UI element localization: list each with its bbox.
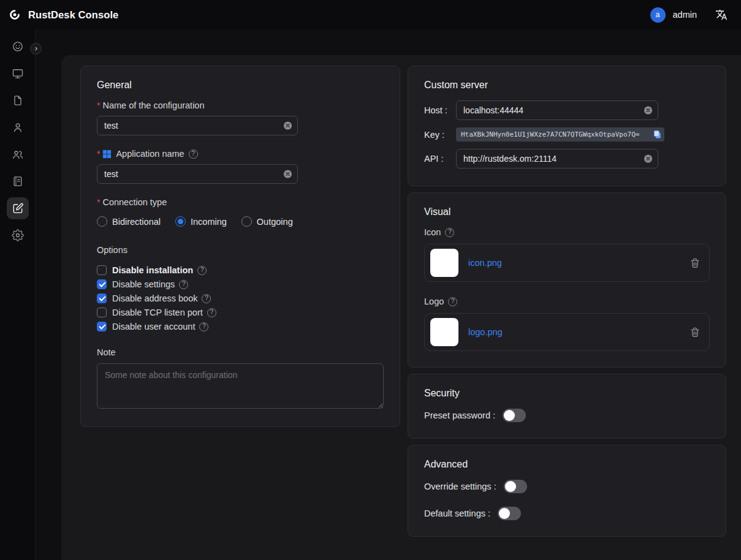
- override-settings-toggle[interactable]: [504, 480, 527, 493]
- delete-icon-button[interactable]: [690, 257, 701, 268]
- checkbox-label: Disable installation: [112, 265, 193, 275]
- smiley-icon: [12, 40, 24, 53]
- custom-server-card: Custom server Host : Key : HtaXBkJNHyn: [408, 66, 726, 186]
- delete-logo-button[interactable]: [690, 327, 701, 338]
- default-settings-row: Default settings :: [424, 507, 710, 520]
- windows-icon: [102, 149, 112, 159]
- user-menu[interactable]: admin: [673, 10, 697, 20]
- checkbox-disable-settings[interactable]: Disable settings ?: [97, 279, 384, 289]
- icon-preview: [430, 249, 458, 277]
- visual-card: Visual Icon ? icon.png: [408, 192, 726, 368]
- default-settings-toggle[interactable]: [498, 507, 521, 520]
- options-label: Options: [97, 245, 384, 255]
- help-icon[interactable]: ?: [189, 149, 198, 159]
- api-input-wrap: [456, 149, 658, 168]
- topbar-right: a admin: [650, 7, 728, 23]
- custom-server-title: Custom server: [424, 80, 710, 91]
- checkbox-label: Disable address book: [112, 293, 197, 303]
- sidebar-item-custom-clients[interactable]: [7, 197, 29, 219]
- general-title: General: [97, 80, 384, 91]
- note-textarea[interactable]: [97, 363, 384, 409]
- connection-type-group: Bidirectional Incoming Outgoing: [97, 216, 384, 227]
- document-icon: [12, 94, 24, 107]
- language-icon[interactable]: [715, 9, 728, 21]
- sidebar-item-documents[interactable]: [7, 89, 29, 112]
- options-checklist: Disable installation ? Disable settings …: [97, 265, 384, 331]
- icon-file-box: icon.png: [424, 244, 710, 282]
- rustdesk-logo-icon: [433, 251, 456, 274]
- logo-preview: [430, 318, 458, 346]
- application-name-input[interactable]: [97, 164, 298, 184]
- config-name-input[interactable]: [97, 116, 298, 135]
- gear-icon: [12, 229, 24, 241]
- host-row: Host :: [424, 100, 710, 120]
- clear-input-icon[interactable]: [644, 106, 653, 115]
- checkbox-control: [97, 265, 107, 275]
- clear-input-icon[interactable]: [644, 154, 653, 164]
- radio-incoming[interactable]: Incoming: [175, 216, 227, 227]
- avatar-letter: a: [656, 10, 660, 19]
- checkbox-label: Disable user account: [112, 322, 195, 331]
- preset-password-label: Preset password :: [424, 411, 495, 420]
- security-title: Security: [424, 388, 710, 399]
- sidebar-item-users[interactable]: [7, 116, 29, 138]
- key-label: Key :: [424, 130, 456, 140]
- help-icon[interactable]: ?: [448, 297, 457, 306]
- preset-password-row: Preset password :: [424, 409, 710, 422]
- help-icon[interactable]: ?: [199, 322, 208, 331]
- app-title: RustDesk Console: [28, 9, 118, 21]
- radio-outgoing[interactable]: Outgoing: [241, 216, 293, 227]
- config-name-input-wrap: [97, 116, 298, 135]
- override-settings-row: Override settings :: [424, 480, 710, 493]
- api-input[interactable]: [456, 149, 658, 168]
- note-label: Note: [97, 347, 384, 357]
- general-card: General * Name of the configuration * Ap…: [80, 66, 400, 427]
- icon-file-link[interactable]: icon.png: [468, 258, 502, 268]
- help-icon[interactable]: ?: [179, 280, 188, 289]
- checkbox-control-checked: [97, 279, 107, 289]
- visual-title: Visual: [424, 206, 710, 218]
- host-label: Host :: [424, 105, 456, 115]
- radio-bidirectional[interactable]: Bidirectional: [97, 216, 161, 227]
- security-card: Security Preset password :: [408, 374, 726, 439]
- help-icon[interactable]: ?: [445, 228, 454, 237]
- trash-icon: [690, 257, 701, 268]
- monitor-icon: [12, 67, 24, 80]
- user-icon: [12, 121, 24, 134]
- help-icon[interactable]: ?: [197, 266, 207, 275]
- clear-input-icon[interactable]: [283, 121, 292, 131]
- sidebar-item-devices[interactable]: [7, 62, 29, 85]
- connection-type-label: * Connection type: [97, 197, 384, 207]
- help-icon[interactable]: ?: [207, 308, 216, 317]
- config-name-label: * Name of the configuration: [97, 100, 384, 110]
- default-settings-label: Default settings :: [424, 509, 490, 518]
- top-bar: RustDesk Console a admin: [0, 0, 741, 29]
- checkbox-disable-tcp-listen-port[interactable]: Disable TCP listen port ?: [97, 308, 384, 317]
- copy-icon[interactable]: [653, 130, 662, 139]
- host-input-wrap: [456, 100, 658, 120]
- logo-file-link[interactable]: logo.png: [468, 327, 503, 337]
- checkbox-disable-address-book[interactable]: Disable address book ?: [97, 293, 384, 303]
- checkbox-disable-user-account[interactable]: Disable user account ?: [97, 322, 384, 331]
- sidebar-expand-button[interactable]: ›: [30, 43, 42, 55]
- key-value: HtaXBkJNHyn0e1U1jWXze7A7CN7QTGWqxkOtpaVp…: [461, 131, 651, 138]
- sidebar-item-settings[interactable]: [7, 224, 29, 246]
- sidebar-item-groups[interactable]: [7, 143, 29, 165]
- key-row: Key : HtaXBkJNHyn0e1U1jWXze7A7CN7QTGWqxk…: [424, 127, 710, 142]
- sidebar-item-home[interactable]: [7, 36, 29, 58]
- key-field: HtaXBkJNHyn0e1U1jWXze7A7CN7QTGWqxkOtpaVp…: [456, 127, 664, 142]
- help-icon[interactable]: ?: [202, 294, 211, 303]
- trash-icon: [690, 327, 701, 338]
- application-name-input-wrap: [97, 164, 298, 184]
- sidebar-item-logs[interactable]: [7, 170, 29, 192]
- required-asterisk: *: [97, 100, 100, 110]
- clear-input-icon[interactable]: [283, 170, 292, 179]
- checkbox-label: Disable TCP listen port: [112, 308, 203, 317]
- logo-label: Logo ?: [424, 297, 710, 306]
- main-wrap: General * Name of the configuration * Ap…: [36, 29, 741, 560]
- host-input[interactable]: [456, 100, 658, 120]
- checkbox-disable-installation[interactable]: Disable installation ?: [97, 265, 384, 275]
- preset-password-toggle[interactable]: [503, 409, 526, 422]
- advanced-title: Advanced: [424, 459, 710, 470]
- user-avatar[interactable]: a: [650, 7, 666, 23]
